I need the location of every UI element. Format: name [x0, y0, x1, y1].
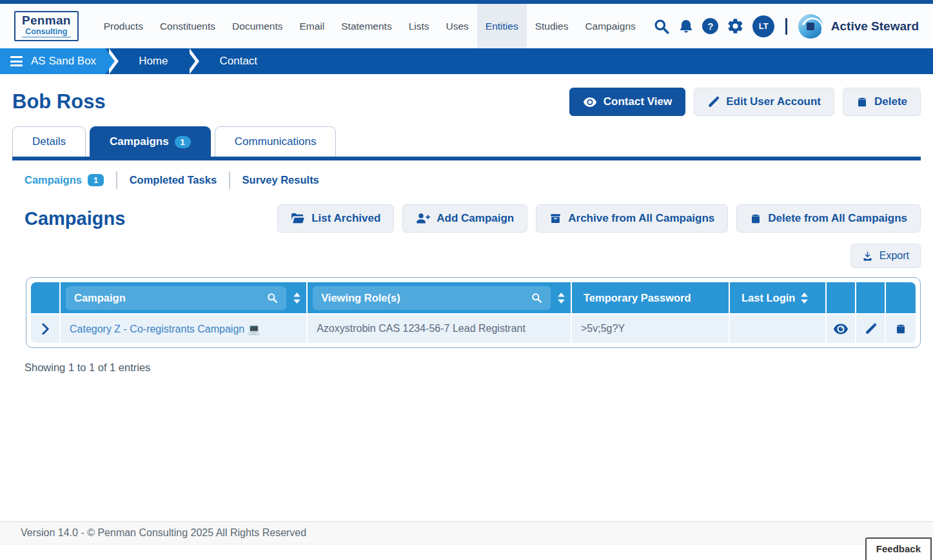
- archive-box-icon: [549, 213, 562, 224]
- nav-item-uses[interactable]: Uses: [438, 4, 477, 48]
- tab-communications[interactable]: Communications: [215, 126, 337, 157]
- edit-user-account-label: Edit User Account: [726, 95, 821, 108]
- campaign-column-label: Campaign: [74, 292, 126, 304]
- notifications-bell-icon[interactable]: [678, 18, 694, 35]
- delete-label: Delete: [874, 95, 907, 108]
- campaign-subtabs: Campaigns 1 Completed Tasks Survey Resul…: [0, 160, 933, 194]
- pencil-icon: [707, 96, 720, 108]
- viewing-roles-filter-input[interactable]: Viewing Role(s): [313, 286, 551, 310]
- archive-from-all-campaigns-label: Archive from All Campaigns: [568, 212, 714, 225]
- table-summary: Showing 1 to 1 of 1 entries: [0, 348, 933, 374]
- delete-trash-icon[interactable]: [895, 323, 907, 335]
- delete-from-all-campaigns-button[interactable]: Delete from All Campaigns: [736, 204, 921, 233]
- list-archived-label: List Archived: [311, 212, 380, 225]
- nav-item-statements[interactable]: Statements: [333, 4, 400, 48]
- folder-open-icon: [291, 213, 305, 224]
- logo-line1: Penman: [22, 14, 71, 27]
- penman-consulting-logo[interactable]: Penman Consulting: [14, 11, 79, 41]
- subtab-campaigns-count-badge: 1: [88, 174, 104, 186]
- breadcrumb-sandbox-label: AS Sand Box: [31, 55, 96, 68]
- add-campaign-label: Add Campaign: [437, 212, 514, 225]
- subtab-campaigns-label: Campaigns: [25, 174, 82, 186]
- feedback-button[interactable]: Feedback: [865, 537, 932, 560]
- edit-pencil-icon[interactable]: [865, 323, 877, 335]
- brand-name: Active Steward: [831, 19, 919, 34]
- campaigns-toolbar: List Archived Add Campaign Archive from …: [277, 204, 921, 233]
- logo-line2: Consulting: [22, 27, 71, 37]
- search-icon: [267, 293, 278, 304]
- header-action-column: [827, 282, 856, 313]
- breadcrumb-arrow-icon: [105, 48, 121, 74]
- nav-item-products[interactable]: Products: [95, 4, 152, 48]
- header-temporary-password-column: Temporary Password: [572, 282, 730, 313]
- header-action-column: [856, 282, 886, 313]
- breadcrumb-sandbox[interactable]: AS Sand Box: [0, 48, 105, 74]
- header-expand-column: [31, 282, 61, 313]
- export-row: Export: [0, 233, 933, 276]
- subtab-campaigns[interactable]: Campaigns 1: [25, 174, 104, 186]
- page-head: Bob Ross Contact View Edit User Account …: [0, 74, 933, 126]
- row-edit-cell: [856, 313, 886, 343]
- trash-icon: [856, 96, 868, 108]
- app-header: Penman Consulting Products Constituents …: [0, 4, 933, 48]
- list-archived-button[interactable]: List Archived: [277, 204, 394, 233]
- export-button[interactable]: Export: [850, 244, 921, 268]
- nav-item-lists[interactable]: Lists: [400, 4, 438, 48]
- row-view-cell: [827, 313, 856, 343]
- eye-icon: [583, 97, 597, 107]
- nav-item-studies[interactable]: Studies: [527, 4, 577, 48]
- settings-gear-icon[interactable]: [727, 17, 744, 35]
- nav-item-documents[interactable]: Documents: [224, 4, 291, 48]
- campaign-link[interactable]: Category Z - Co-registrants Campaign 💻: [61, 323, 270, 335]
- footer-version-text: Version 14.0 - © Penman Consulting 2025 …: [21, 527, 306, 539]
- nav-item-campaigns[interactable]: Campaigns: [576, 4, 643, 48]
- delete-button[interactable]: Delete: [843, 88, 921, 116]
- temporary-password-value: >5v;5g?Y: [572, 323, 634, 334]
- campaigns-heading: Campaigns: [25, 208, 125, 229]
- contact-view-button[interactable]: Contact View: [569, 88, 685, 116]
- subtab-divider: [229, 171, 230, 189]
- subtab-survey-results[interactable]: Survey Results: [242, 174, 319, 186]
- view-eye-icon[interactable]: [833, 323, 849, 334]
- breadcrumb: AS Sand Box Home Contact: [0, 48, 933, 74]
- last-login-cell: [730, 313, 827, 343]
- page-actions: Contact View Edit User Account Delete: [569, 88, 921, 116]
- entity-tabs: Details Campaigns 1 Communications: [0, 126, 933, 157]
- tab-campaigns-label: Campaigns: [110, 135, 169, 148]
- header-right-controls: ? LT Active Steward: [653, 4, 919, 48]
- user-avatar[interactable]: LT: [752, 15, 774, 37]
- page-title: Bob Ross: [12, 90, 106, 113]
- search-icon[interactable]: [653, 18, 670, 35]
- tab-campaigns[interactable]: Campaigns 1: [90, 126, 211, 157]
- row-expand-button[interactable]: [31, 313, 61, 343]
- hamburger-menu-icon[interactable]: [10, 56, 23, 66]
- nav-item-email[interactable]: Email: [291, 4, 333, 48]
- tab-details[interactable]: Details: [12, 126, 86, 157]
- subtab-completed-tasks[interactable]: Completed Tasks: [130, 174, 217, 186]
- footer: Version 14.0 - © Penman Consulting 2025 …: [0, 521, 933, 545]
- tab-campaigns-count-badge: 1: [175, 136, 191, 148]
- person-plus-icon: [416, 213, 430, 224]
- table-header-row: Campaign Viewing Role(s) Temporary Passw…: [31, 282, 916, 313]
- breadcrumb-home[interactable]: Home: [121, 48, 186, 74]
- campaign-filter-input[interactable]: Campaign: [66, 286, 286, 310]
- nav-item-constituents[interactable]: Constituents: [152, 4, 224, 48]
- last-login-sort-icon[interactable]: [800, 293, 809, 304]
- viewing-roles-cell: Azoxystrobin CAS 1234-56-7 Lead Registra…: [308, 313, 572, 343]
- table-row: Category Z - Co-registrants Campaign 💻 A…: [31, 313, 916, 343]
- breadcrumb-arrow-icon: [186, 48, 201, 74]
- header-campaign-column: Campaign: [61, 282, 308, 313]
- add-campaign-button[interactable]: Add Campaign: [402, 204, 527, 233]
- nav-item-entities[interactable]: Entities: [477, 4, 527, 48]
- header-last-login-column: Last Login: [730, 282, 827, 313]
- tab-communications-label: Communications: [235, 135, 317, 148]
- row-delete-cell: [886, 313, 916, 343]
- campaign-sort-icon[interactable]: [293, 293, 301, 304]
- breadcrumb-contact[interactable]: Contact: [201, 48, 275, 74]
- header-viewing-roles-column: Viewing Role(s): [308, 282, 572, 313]
- campaigns-section-head: Campaigns List Archived Add Campaign Arc…: [0, 194, 933, 233]
- viewing-roles-sort-icon[interactable]: [557, 293, 565, 304]
- help-icon[interactable]: ?: [702, 18, 718, 34]
- archive-from-all-campaigns-button[interactable]: Archive from All Campaigns: [536, 204, 728, 233]
- edit-user-account-button[interactable]: Edit User Account: [694, 88, 834, 116]
